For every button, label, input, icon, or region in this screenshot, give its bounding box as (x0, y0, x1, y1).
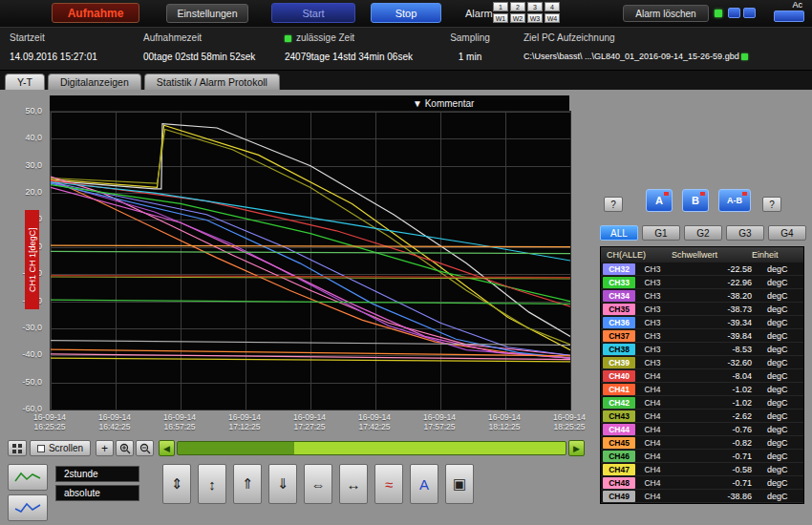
waveform-mode-button-2[interactable] (8, 494, 48, 521)
channel-row[interactable]: CH38CH3-8.53degC (601, 343, 803, 356)
channel-row[interactable]: CH42CH4-1.02degC (601, 396, 803, 410)
channel-row[interactable]: CH35CH3-38.73degC (601, 303, 803, 316)
zoom-in-button[interactable] (116, 440, 134, 456)
channel-row[interactable]: CH36CH3-39.34degC (601, 316, 803, 329)
header-einheit: Einheit (752, 250, 801, 260)
channel-row[interactable]: CH32CH3-22.58degC (601, 262, 803, 276)
channel-threshold-value: -0.82 (670, 438, 761, 448)
channel-row[interactable]: CH44CH4-0.76degC (601, 423, 803, 436)
magnifier-minus-icon (139, 443, 151, 454)
y-axis-tick: 30,0 (0, 160, 42, 170)
stop-button[interactable]: Stop (371, 3, 441, 23)
alarm-button-3[interactable]: 3 (527, 2, 543, 11)
channel-row[interactable]: CH48CH4-0.71degC (601, 476, 803, 490)
channel-badge: CH48 (603, 477, 635, 489)
tab-digitalanzeigen[interactable]: Digitalanzeigen (48, 74, 141, 90)
group-tab-all[interactable]: ALL (600, 225, 638, 241)
alarm-button-1[interactable]: 1 (493, 2, 508, 11)
group-tab-g3[interactable]: G3 (726, 225, 764, 241)
cursor-ab-button[interactable]: A-B (718, 189, 751, 212)
channel-row[interactable]: CH43CH4-2.62degC (601, 410, 803, 423)
start-button[interactable]: Start (271, 3, 355, 23)
scale-mode-dropdown[interactable]: absolute (55, 485, 139, 501)
kommentar-marker[interactable]: ▼ Kommentar (50, 95, 569, 111)
time-range-dropdown[interactable]: 2stunde (55, 466, 139, 482)
file-status-indicator (741, 53, 748, 60)
scroll-left-button[interactable]: ◀ (159, 440, 175, 456)
x-axis-tick: 16-09-1417:27:25 (281, 412, 338, 431)
channel-row[interactable]: CH33CH3-22.96degC (601, 276, 803, 289)
x-compress-icon: ↔ (347, 476, 361, 493)
zoom-reset-button[interactable]: + (96, 440, 114, 456)
shift-up-icon: ⇑ (242, 475, 254, 493)
scroll-right-button[interactable]: ▶ (568, 440, 585, 456)
channel-group-label: CH3 (635, 264, 670, 274)
x-expand-button[interactable]: ⇔ (304, 464, 332, 504)
channel-group-label: CH3 (635, 331, 670, 341)
x-tick-time: 17:42:25 (346, 422, 403, 431)
aufnahmezeit-value: 00tage 02std 58min 52sek (143, 52, 255, 62)
channel-group-label: CH3 (635, 291, 670, 301)
channel-group-label: CH4 (635, 425, 670, 434)
mark-a-icon: A (419, 476, 429, 493)
scrollen-label: Scrollen (49, 443, 83, 453)
waveform-icon (14, 501, 41, 514)
alarm-button-4[interactable]: 4 (545, 2, 560, 11)
alarm-view-button[interactable]: ≈ (374, 464, 403, 504)
mark-a-button[interactable]: A (410, 464, 438, 504)
aufnahme-button[interactable]: Aufnahme (52, 3, 139, 23)
waveform-plot[interactable] (50, 111, 571, 410)
alarm-button-w3[interactable]: W3 (527, 13, 543, 23)
y-compress-button[interactable]: ↕ (198, 464, 226, 504)
time-scrollbar[interactable] (177, 441, 566, 455)
shift-up-button[interactable]: ⇑ (233, 464, 262, 504)
alarm-row-1: 1234 (493, 2, 560, 11)
y-expand-button[interactable]: ⇕ (162, 464, 191, 504)
einstellungen-button[interactable]: Einstellungen (166, 4, 248, 23)
alarm-button-w2[interactable]: W2 (510, 13, 525, 23)
channel-badge: CH37 (603, 330, 635, 342)
channel-row[interactable]: CH40CH4-8.04degC (601, 369, 803, 383)
channel-row[interactable]: CH46CH4-0.71degC (601, 450, 803, 463)
channel-threshold-value: -0.71 (670, 478, 761, 488)
channel-row[interactable]: CH47CH4-0.58degC (601, 463, 803, 476)
channel-row[interactable]: CH49CH4-38.86degC (601, 490, 803, 503)
channel-badge: CH44 (603, 424, 635, 435)
aufnahmezeit-block: Aufnahmezeit 00tage 02std 58min 52sek (143, 32, 255, 62)
group-tab-g4[interactable]: G4 (768, 225, 806, 241)
cursor-a-button[interactable]: A (646, 189, 673, 212)
channel-row[interactable]: CH34CH3-38.20degC (601, 289, 803, 303)
channel-badge: CH43 (603, 410, 635, 422)
channel-row[interactable]: CH37CH3-39.84degC (601, 329, 803, 343)
scrollen-button[interactable]: Scrollen (30, 440, 91, 456)
x-compress-button[interactable]: ↔ (339, 464, 368, 504)
alarm-button-w4[interactable]: W4 (545, 13, 560, 23)
tab-y-t[interactable]: Y-T (5, 74, 45, 90)
channel-row[interactable]: CH45CH4-0.82degC (601, 436, 803, 450)
channel-group-label: CH4 (635, 411, 670, 421)
group-tab-g1[interactable]: G1 (642, 225, 680, 241)
alarm-button-w1[interactable]: W1 (493, 13, 508, 23)
help-button-right[interactable]: ? (762, 197, 781, 212)
waveform-mode-button-1[interactable] (8, 464, 48, 491)
channel-threshold-value: -38.73 (670, 304, 761, 314)
grid-toggle-button[interactable] (8, 440, 27, 456)
display-button[interactable]: ▣ (445, 464, 474, 504)
zulaessige-zeit-label: zulässige Zeit (285, 32, 413, 43)
x-axis-tick: 16-09-1417:57:25 (411, 412, 468, 431)
x-tick-time: 16:57:25 (151, 422, 208, 431)
channel-threshold-value: -38.86 (670, 492, 761, 501)
tab-statistik-alarm-protokoll[interactable]: Statistik / Alarm Protokoll (144, 74, 280, 90)
zoom-out-button[interactable] (136, 440, 154, 456)
group-tab-g2[interactable]: G2 (684, 225, 722, 241)
help-button-left[interactable]: ? (604, 197, 623, 212)
alarm-loeschen-button[interactable]: Alarm löschen (623, 5, 709, 22)
cursor-b-button[interactable]: B (682, 189, 709, 212)
shift-down-button[interactable]: ⇓ (268, 464, 297, 504)
channel-unit: degC (761, 264, 803, 274)
alarm-button-2[interactable]: 2 (510, 2, 525, 11)
channel-row[interactable]: CH41CH4-1.02degC (601, 383, 803, 396)
channel-unit: degC (761, 291, 803, 301)
waveform-icon (14, 471, 41, 484)
channel-row[interactable]: CH39CH3-32.60degC (601, 356, 803, 369)
